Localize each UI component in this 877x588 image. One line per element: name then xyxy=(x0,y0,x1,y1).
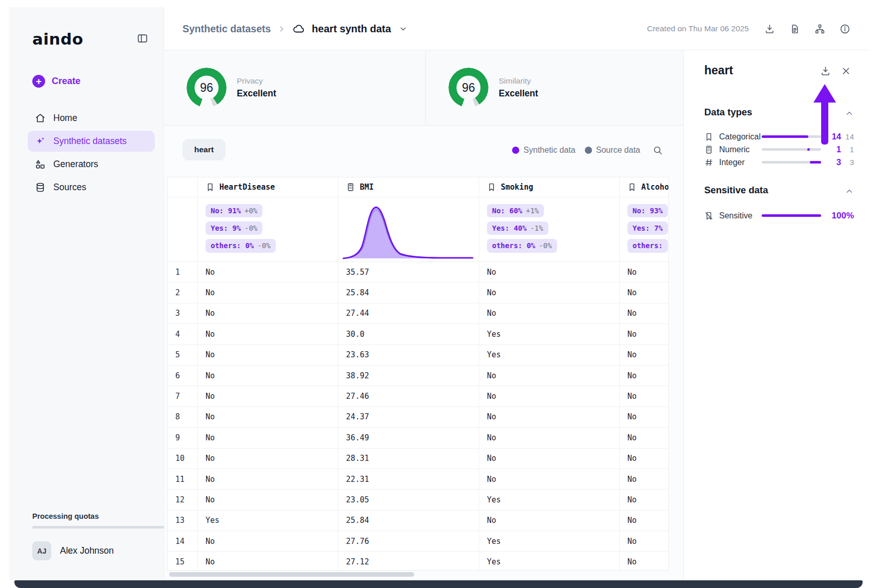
calculator-icon xyxy=(346,183,355,192)
cell-heartdisease: No xyxy=(198,262,338,282)
data-type-bar xyxy=(762,148,821,151)
cell-smoking: No xyxy=(479,428,620,448)
sidebar: aindo + Create HomeSynthetic datasetsGen… xyxy=(9,7,164,580)
shapes-icon xyxy=(35,159,46,170)
plus-circle-icon: + xyxy=(32,75,45,88)
cell-heartdisease: No xyxy=(198,407,338,427)
cell-smoking: Yes xyxy=(479,531,620,551)
cell-alcohol: No xyxy=(620,469,668,489)
cell-bmi: 23.63 xyxy=(338,345,479,365)
sidebar-item-sources[interactable]: Sources xyxy=(28,177,155,198)
cell-alcohol: No xyxy=(620,407,668,427)
chevron-up-icon[interactable] xyxy=(845,187,854,196)
calculator-icon xyxy=(704,145,713,154)
table-row[interactable]: 7No27.46NoNo xyxy=(168,386,668,407)
table-row[interactable]: 8No24.37NoNo xyxy=(168,407,668,428)
table-row[interactable]: 4No30.0YesNo xyxy=(168,324,668,344)
privacy-label: Privacy xyxy=(237,76,276,86)
table-row[interactable]: 1No35.57NoNo xyxy=(168,262,668,282)
stats-cell-heartdisease: No: 91%+0%Yes: 9%-0%others: 0%-0% xyxy=(198,197,338,261)
cell-smoking: No xyxy=(479,366,620,386)
cell-heartdisease: No xyxy=(198,490,338,510)
bmi-density-chart xyxy=(338,197,479,261)
cell-alcohol: No xyxy=(620,345,668,365)
legend-dot-icon xyxy=(512,147,519,154)
create-button[interactable]: + Create xyxy=(32,75,80,88)
cell-alcohol: No xyxy=(620,262,668,282)
table-row[interactable]: 6No38.92NoNo xyxy=(168,366,668,386)
chevron-up-icon[interactable] xyxy=(845,109,854,118)
header-actions: Created on Thu Mar 06 2025 xyxy=(647,7,850,50)
sidebar-item-label: Generators xyxy=(53,159,98,170)
table-row[interactable]: 10No28.31NoNo xyxy=(168,449,668,469)
column-header-alcohol[interactable]: Alcohol xyxy=(620,177,668,197)
table-row[interactable]: 13Yes25.84NoNo xyxy=(168,511,668,531)
cell-bmi: 24.37 xyxy=(338,407,479,427)
cell-bmi: 35.57 xyxy=(338,262,479,282)
table-row[interactable]: 11No22.31NoNo xyxy=(168,469,668,490)
similarity-label: Similarity xyxy=(499,76,538,86)
chevron-down-icon[interactable] xyxy=(399,25,407,33)
bookmark-icon xyxy=(627,183,637,192)
cell-heartdisease: No xyxy=(198,282,338,302)
legend-label: Source data xyxy=(596,146,640,155)
stat-chip: No: 91%+0% xyxy=(206,204,262,217)
sidebar-collapse-icon[interactable] xyxy=(137,33,148,44)
info-icon[interactable] xyxy=(840,24,850,34)
cell-smoking: No xyxy=(479,303,620,323)
sidebar-item-home[interactable]: Home xyxy=(28,108,155,129)
bookmark-icon xyxy=(704,132,713,141)
table-row[interactable]: 15No27.12YesNo xyxy=(168,552,668,571)
cell-heartdisease: No xyxy=(198,366,338,386)
cell-heartdisease: No xyxy=(198,552,338,571)
row-index: 15 xyxy=(168,552,198,571)
sitemap-icon[interactable] xyxy=(814,24,825,34)
table-row[interactable]: 9No36.49NoNo xyxy=(168,428,668,448)
sidebar-item-label: Home xyxy=(53,113,77,124)
table-row[interactable]: 3No27.44NoNo xyxy=(168,303,668,324)
cell-alcohol: No xyxy=(620,303,668,323)
cell-bmi: 27.12 xyxy=(338,552,479,571)
similarity-rating: Excellent xyxy=(499,88,538,99)
column-header-bmi[interactable]: BMI xyxy=(338,177,479,197)
legend-item-synthetic-data: Synthetic data xyxy=(512,146,575,155)
horizontal-scrollbar[interactable] xyxy=(169,572,414,577)
cell-alcohol: No xyxy=(620,511,668,531)
data-type-total: 14 xyxy=(845,132,854,141)
sensitive-percent: 100% xyxy=(832,211,854,221)
row-index: 7 xyxy=(168,386,198,406)
cell-alcohol: No xyxy=(620,428,668,448)
document-icon[interactable] xyxy=(789,24,800,34)
row-index: 1 xyxy=(168,262,198,282)
sparkles-icon xyxy=(35,136,46,147)
row-index: 6 xyxy=(168,366,198,386)
cell-bmi: 30.0 xyxy=(338,324,479,344)
table-row[interactable]: 12No23.05YesNo xyxy=(168,490,668,510)
user-menu[interactable]: AJ Alex Johnson xyxy=(32,541,114,560)
data-type-count: 1 xyxy=(837,145,841,154)
dataset-name-chip: heart xyxy=(182,139,226,160)
cell-bmi: 38.92 xyxy=(338,366,479,386)
table-row[interactable]: 5No23.63YesNo xyxy=(168,345,668,366)
data-type-row-numeric: Numeric 1 1 xyxy=(704,143,854,156)
sidebar-item-synthetic-datasets[interactable]: Synthetic datasets xyxy=(28,131,155,152)
table-row[interactable]: 2No25.84NoNo xyxy=(168,282,668,303)
close-icon[interactable] xyxy=(841,66,851,76)
download-icon[interactable] xyxy=(764,24,775,34)
row-index: 14 xyxy=(168,531,198,551)
cell-bmi: 28.31 xyxy=(338,449,479,469)
download-icon[interactable] xyxy=(820,66,831,76)
search-icon[interactable] xyxy=(652,145,663,155)
stat-chip: Yes: 40%-1% xyxy=(487,221,548,235)
column-header-heartdisease[interactable]: HeartDisease xyxy=(198,177,338,197)
cloud-icon xyxy=(293,23,305,35)
column-header-smoking[interactable]: Smoking xyxy=(479,177,620,197)
table-row[interactable]: 14No27.76YesNo xyxy=(168,531,668,552)
cell-smoking: No xyxy=(479,511,620,531)
data-type-label: Integer xyxy=(719,158,745,167)
bookmark-slash-icon xyxy=(704,211,713,220)
breadcrumb-root-link[interactable]: Synthetic datasets xyxy=(182,23,271,35)
data-type-row-categorical: Categorical 14 14 xyxy=(704,130,854,143)
stat-chip: No: 93% xyxy=(627,204,668,217)
sidebar-item-generators[interactable]: Generators xyxy=(28,154,155,175)
